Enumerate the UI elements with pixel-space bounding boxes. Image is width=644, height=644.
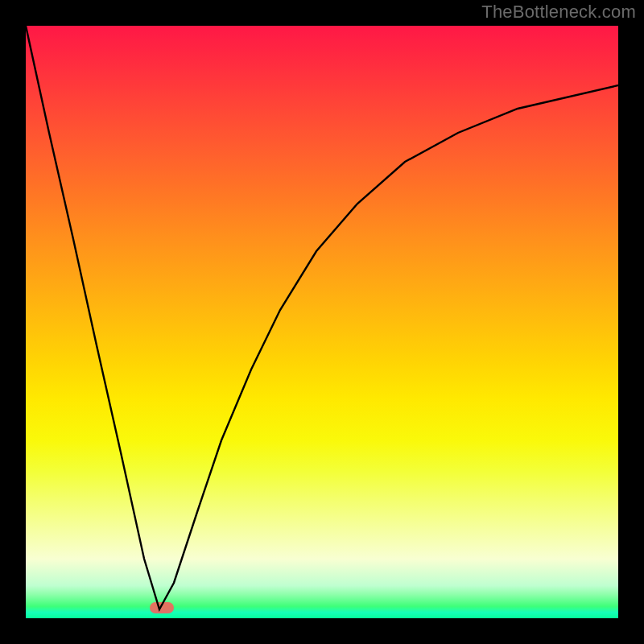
chart-frame: TheBottleneck.com [0,0,644,644]
gradient-plot-area [26,26,618,618]
curve-path [26,26,618,609]
bottleneck-curve [26,26,618,618]
watermark-text: TheBottleneck.com [481,2,636,23]
